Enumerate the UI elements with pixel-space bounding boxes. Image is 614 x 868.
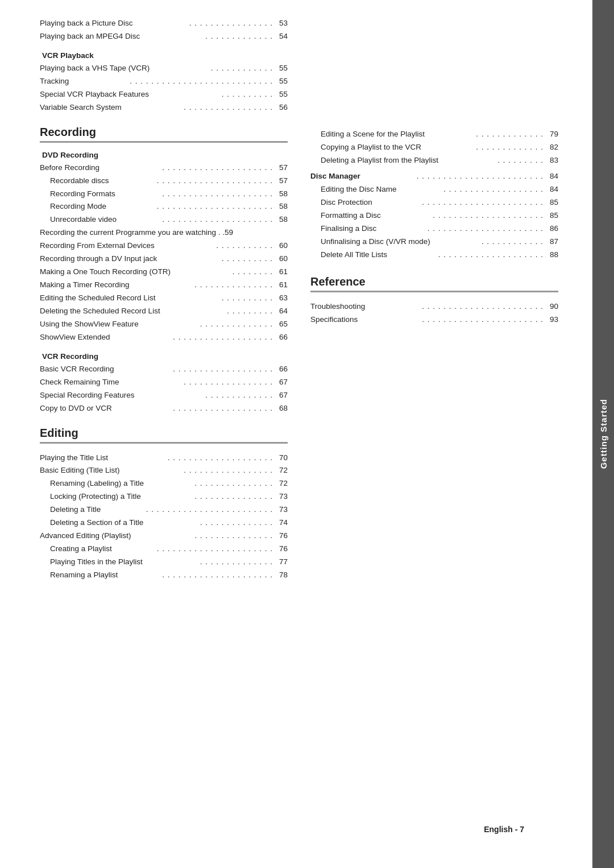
toc-check-remaining-time: Check Remaining Time . . . . . . . . . .…: [40, 376, 288, 389]
toc-row: Advanced Editing (Playlist) . . . . . . …: [40, 530, 288, 543]
top-right-col: [310, 17, 558, 114]
vcr-recording-subsection: VCR Recording Basic VCR Recording . . . …: [40, 352, 288, 415]
toc-row: Before Recording . . . . . . . . . . . .…: [40, 162, 288, 175]
toc-row: Recordable discs . . . . . . . . . . . .…: [40, 175, 288, 188]
disc-manager-header-entry: Disc Manager . . . . . . . . . . . . . .…: [310, 170, 558, 183]
side-tab-text: Getting Started: [599, 399, 608, 469]
vcr-playback-section: VCR Playback Playing back a VHS Tape (VC…: [40, 51, 288, 114]
toc-row: Tracking . . . . . . . . . . . . . . . .…: [40, 75, 288, 88]
toc-row: Disc Protection . . . . . . . . . . . . …: [310, 196, 558, 209]
toc-row: Renaming (Labeling) a Title . . . . . . …: [40, 477, 288, 490]
toc-row: Specifications . . . . . . . . . . . . .…: [310, 313, 558, 326]
side-tab: Getting Started: [592, 0, 614, 868]
page-number: English - 7: [484, 825, 524, 834]
recording-section: Recording DVD Recording Before Recording…: [40, 126, 288, 415]
toc-row: Making a One Touch Recording (OTR) . . .…: [40, 266, 288, 279]
reference-divider: [310, 291, 558, 292]
toc-editing-scheduled: Editing the Scheduled Record List . . . …: [40, 292, 288, 305]
recording-divider: [40, 141, 288, 143]
toc-row: Recording From External Devices . . . . …: [40, 239, 288, 253]
toc-row: Editing a Scene for the Playlist . . . .…: [310, 128, 558, 141]
recording-header: Recording: [40, 126, 288, 139]
toc-making-timer-recording: Making a Timer Recording . . . . . . . .…: [40, 279, 288, 292]
toc-row: Finalising a Disc . . . . . . . . . . . …: [310, 222, 558, 235]
toc-row: Copying a Playlist to the VCR . . . . . …: [310, 141, 558, 154]
toc-row: Formatting a Disc . . . . . . . . . . . …: [310, 209, 558, 222]
right-col-content: Editing a Scene for the Playlist . . . .…: [310, 126, 558, 326]
reference-section: Reference Troubleshooting . . . . . . . …: [310, 275, 558, 326]
right-col: Editing a Scene for the Playlist . . . .…: [310, 120, 558, 582]
toc-row: Basic Editing (Title List) . . . . . . .…: [40, 464, 288, 477]
toc-row: Troubleshooting . . . . . . . . . . . . …: [310, 300, 558, 313]
editing-header: Editing: [40, 427, 288, 440]
toc-row: Delete All Title Lists . . . . . . . . .…: [310, 249, 558, 262]
toc-row: Recording through a DV Input jack . . . …: [40, 253, 288, 266]
toc-row: ShowView Extended . . . . . . . . . . . …: [40, 331, 288, 344]
toc-row: Playing back an MPEG4 Disc . . . . . . .…: [40, 30, 288, 43]
reference-header: Reference: [310, 275, 558, 288]
vcr-recording-label: VCR Recording: [40, 352, 288, 361]
bottom-bar: English - 7: [40, 813, 558, 834]
editing-section: Editing Playing the Title List . . . . .…: [40, 427, 288, 582]
toc-row: Copy to DVD or VCR . . . . . . . . . . .…: [40, 402, 288, 415]
toc-row: Editing the Disc Name . . . . . . . . . …: [310, 183, 558, 196]
toc-row: Playing back a VHS Tape (VCR) . . . . . …: [40, 62, 288, 75]
toc-row: Playing Titles in the Playlist . . . . .…: [40, 556, 288, 569]
vcr-playback-label: VCR Playback: [40, 51, 288, 60]
toc-row: Deleting a Title . . . . . . . . . . . .…: [40, 503, 288, 516]
toc-row: Playing the Title List . . . . . . . . .…: [40, 452, 288, 465]
toc-row: Special VCR Playback Features . . . . . …: [40, 88, 288, 101]
toc-row: Special Recording Features . . . . . . .…: [40, 389, 288, 402]
toc-row: Basic VCR Recording . . . . . . . . . . …: [40, 363, 288, 376]
toc-row: Recording Formats . . . . . . . . . . . …: [40, 188, 288, 201]
toc-row: Locking (Protecting) a Title . . . . . .…: [40, 490, 288, 503]
toc-row: Recording the current Programme you are …: [40, 226, 288, 239]
editing-divider: [40, 442, 288, 444]
disc-manager-section: Disc Manager . . . . . . . . . . . . . .…: [310, 170, 558, 262]
toc-row: Renaming a Playlist . . . . . . . . . . …: [40, 569, 288, 582]
toc-deleting-scheduled: Deleting the Scheduled Record List . . .…: [40, 305, 288, 318]
toc-row: Using the ShowView Feature . . . . . . .…: [40, 318, 288, 331]
toc-row: Deleting a Section of a Title . . . . . …: [40, 516, 288, 530]
toc-row: Unrecordable video . . . . . . . . . . .…: [40, 213, 288, 226]
toc-row: Unfinalising a Disc (V/VR mode) . . . . …: [310, 235, 558, 249]
dvd-recording-label: DVD Recording: [40, 151, 288, 159]
toc-row: Deleting a Playlist from the Playlist . …: [310, 154, 558, 167]
toc-row: Creating a Playlist . . . . . . . . . . …: [40, 543, 288, 556]
toc-row: Recording Mode . . . . . . . . . . . . .…: [40, 200, 288, 213]
top-left-entries: Playing back a Picture Disc . . . . . . …: [40, 17, 288, 43]
toc-row: Playing back a Picture Disc . . . . . . …: [40, 17, 288, 30]
toc-row: Variable Search System . . . . . . . . .…: [40, 101, 288, 114]
